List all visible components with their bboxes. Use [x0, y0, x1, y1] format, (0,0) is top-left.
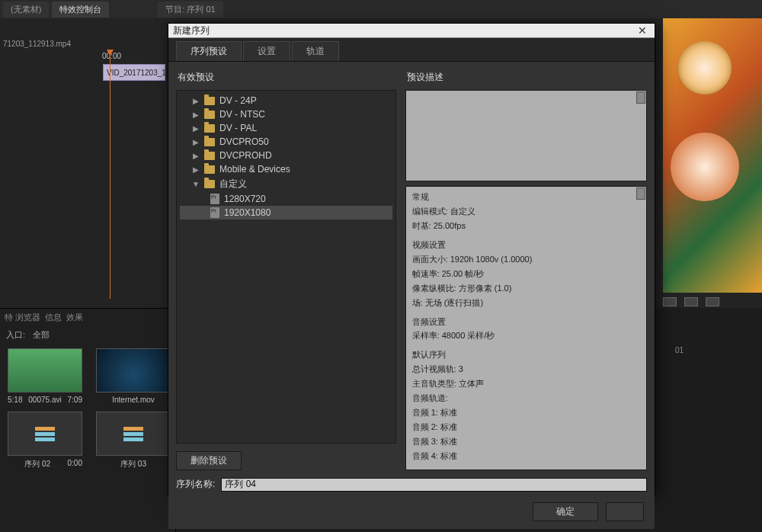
- preset-item-720[interactable]: 1280X720: [180, 192, 392, 206]
- bin-item-label: Internet.mov: [96, 396, 171, 404]
- monitor-control-button[interactable]: [706, 297, 719, 306]
- entry-value[interactable]: 全部: [33, 329, 50, 341]
- bin-item[interactable]: 序列 02 0:00: [8, 412, 82, 470]
- thumbnail: [96, 348, 171, 393]
- sequence-name-row: 序列名称:: [168, 478, 655, 498]
- folder-icon: [204, 165, 215, 174]
- preset-file-icon: [210, 207, 219, 218]
- project-panel-tabs: 特 浏览器 信息 效果: [0, 309, 175, 326]
- program-monitor: [663, 18, 762, 293]
- tree-label: DV - 24P: [219, 95, 257, 106]
- bin-duration: 7:09: [68, 396, 82, 404]
- preset-folder-dvcprohd[interactable]: ▶ DVCPROHD: [180, 149, 392, 162]
- sequence-name-input[interactable]: [221, 478, 647, 492]
- sequence-thumbnail: [96, 412, 171, 456]
- presets-panel: 有效预设 ▶ DV - 24P ▶ DV - NTSC ▶ DV - PAL: [176, 69, 396, 470]
- detail-line: 帧速率: 25.00 帧/秒: [412, 268, 640, 280]
- bin-item[interactable]: 5:18 00075.avi 7:09: [8, 348, 82, 404]
- dialog-tabs: 序列预设 设置 轨道: [168, 38, 655, 62]
- detail-line: 画面大小: 1920h 1080v (1.0000): [412, 254, 640, 266]
- bin-duration: 0:00: [68, 459, 82, 470]
- delete-preset-row: 删除预设: [176, 448, 396, 470]
- chevron-right-icon: ▶: [192, 97, 200, 105]
- entry-label: 入口:: [6, 329, 25, 341]
- entry-filter: 入口: 全部: [0, 326, 175, 344]
- clip-source-filename: 71203_112913.mp4: [0, 38, 74, 50]
- preset-folder-dv24p[interactable]: ▶ DV - 24P: [180, 94, 392, 107]
- sequence-name-label: 序列名称:: [176, 478, 215, 491]
- fx-control-tab[interactable]: 特效控制台: [52, 2, 109, 18]
- folder-icon: [204, 111, 215, 119]
- ok-button[interactable]: 确定: [533, 502, 598, 521]
- tab-browser[interactable]: 特 浏览器: [5, 312, 40, 323]
- chevron-right-icon: ▶: [192, 138, 200, 146]
- preset-folder-mobile[interactable]: ▶ Mobile & Devices: [180, 162, 392, 176]
- detail-line: 主音轨类型: 立体声: [412, 378, 640, 390]
- folder-icon: [204, 180, 215, 188]
- folder-icon: [204, 138, 215, 146]
- new-sequence-dialog: 新建序列 ✕ 序列预设 设置 轨道 有效预设 ▶ DV - 24P ▶ DV -…: [168, 23, 655, 495]
- app-topbar: (无素材) 特效控制台 节目: 序列 01: [0, 0, 762, 18]
- detail-line: 音频设置: [412, 316, 640, 328]
- preset-item-1080[interactable]: 1920X1080: [180, 206, 392, 220]
- description-panel: 预设描述 常规 编辑模式: 自定义 时基: 25.00fps 视频设置 画面大小…: [405, 69, 647, 470]
- tab-presets[interactable]: 序列预设: [176, 41, 242, 61]
- monitor-controls: [663, 297, 754, 306]
- preset-folder-custom[interactable]: ▼ 自定义: [180, 176, 392, 192]
- bin-item[interactable]: 序列 03: [96, 412, 171, 470]
- detail-line: 编辑模式: 自定义: [412, 206, 640, 218]
- dialog-titlebar[interactable]: 新建序列 ✕: [168, 24, 655, 38]
- detail-line: 像素纵横比: 方形像素 (1.0): [412, 283, 640, 295]
- presets-heading: 有效预设: [176, 69, 396, 85]
- detail-line: 场: 无场 (逐行扫描): [412, 297, 640, 309]
- detail-line: 时基: 25.00fps: [412, 220, 640, 232]
- detail-line: 音频 3: 标准: [412, 436, 640, 448]
- scrollbar-thumb[interactable]: [636, 187, 645, 200]
- preset-folder-dvntsc[interactable]: ▶ DV - NTSC: [180, 107, 392, 121]
- detail-line: 音频轨道:: [412, 393, 640, 405]
- tab-settings[interactable]: 设置: [243, 41, 290, 61]
- preset-folder-dvpal[interactable]: ▶ DV - PAL: [180, 121, 392, 135]
- bin-item[interactable]: Internet.mov: [96, 348, 171, 404]
- bin-row: 序列 02 0:00 序列 03: [0, 409, 175, 473]
- detail-line: 采样率: 48000 采样/秒: [412, 330, 640, 342]
- folder-icon: [204, 152, 215, 160]
- tab-tracks[interactable]: 轨道: [292, 41, 339, 61]
- monitor-control-button[interactable]: [684, 297, 698, 306]
- program-tab[interactable]: 节目: 序列 01: [158, 2, 223, 18]
- delete-preset-button[interactable]: 删除预设: [176, 451, 242, 470]
- monitor-control-button[interactable]: [663, 297, 677, 306]
- bin-name: 序列 03: [120, 459, 146, 470]
- dialog-title: 新建序列: [173, 24, 210, 37]
- tab-effects[interactable]: 效果: [66, 312, 83, 323]
- bin-row: 5:18 00075.avi 7:09 Internet.mov: [0, 344, 175, 409]
- detail-line: 默认序列: [412, 349, 640, 361]
- tree-label: 1920X1080: [224, 207, 271, 218]
- project-panel: 特 浏览器 信息 效果 入口: 全部 5:18 00075.avi 7:09 I…: [0, 308, 175, 532]
- thumbnail: [8, 348, 82, 393]
- ruler-mark: 01: [675, 346, 684, 354]
- preset-folder-dvcpro50[interactable]: ▶ DVCPRO50: [180, 135, 392, 149]
- sequence-icon: [35, 427, 55, 441]
- scrollbar-thumb[interactable]: [636, 91, 645, 104]
- dialog-body: 有效预设 ▶ DV - 24P ▶ DV - NTSC ▶ DV - PAL: [168, 62, 655, 478]
- tree-label: DVCPRO50: [219, 136, 269, 147]
- folder-icon: [204, 97, 215, 105]
- preset-tree[interactable]: ▶ DV - 24P ▶ DV - NTSC ▶ DV - PAL ▶: [176, 90, 396, 444]
- playhead[interactable]: [110, 55, 110, 299]
- source-tab[interactable]: (无素材): [3, 2, 49, 18]
- chevron-right-icon: ▶: [192, 152, 200, 160]
- close-icon[interactable]: ✕: [635, 24, 650, 37]
- cancel-button[interactable]: [606, 502, 644, 521]
- folder-icon: [204, 124, 215, 133]
- timeline-clip[interactable]: VID_20171203_1: [103, 64, 165, 81]
- tree-label: DVCPROHD: [219, 150, 272, 161]
- tree-label: 自定义: [219, 178, 247, 191]
- tab-info[interactable]: 信息: [45, 312, 62, 323]
- detail-line: 音频 2: 标准: [412, 421, 640, 434]
- tree-label: DV - PAL: [219, 123, 257, 133]
- monitor-decoration: [671, 133, 739, 201]
- bin-name: 序列 02: [24, 459, 50, 470]
- preset-description-box: [405, 90, 647, 181]
- detail-line: 音频 1: 标准: [412, 407, 640, 419]
